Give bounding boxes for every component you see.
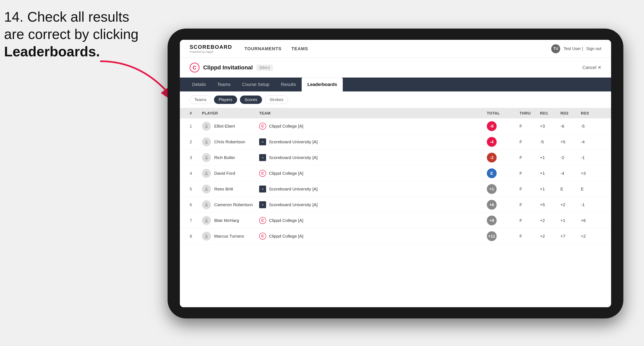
- svg-point-4: [206, 172, 207, 173]
- player-cell: Cameron Robertson: [202, 200, 259, 209]
- col-thru: THRU: [520, 111, 540, 116]
- player-avatar: [202, 232, 211, 241]
- col-rd2: RD2: [560, 111, 581, 116]
- user-label: Test User |: [564, 46, 583, 51]
- tab-course-setup[interactable]: Course Setup: [236, 78, 275, 91]
- player-avatar: [202, 137, 211, 146]
- player-avatar: [202, 169, 211, 178]
- team-name: Clippd College [A]: [269, 124, 303, 129]
- rd2-cell: E: [560, 186, 581, 191]
- team-cell: ≡ Scoreboard University [A]: [259, 138, 487, 145]
- rd3-cell: +2: [581, 234, 601, 239]
- table-row: 1 Elliot Ebert C Clippd College [A] -8 F…: [180, 118, 611, 134]
- cancel-button[interactable]: Cancel ✕: [582, 65, 601, 70]
- rd3-cell: -5: [581, 124, 601, 129]
- thru-cell: F: [520, 139, 540, 144]
- player-name: Rich Butler: [214, 155, 235, 160]
- team-icon-clippd: C: [259, 233, 266, 240]
- row-rank: 2: [190, 139, 202, 144]
- player-name: Cameron Robertson: [214, 202, 253, 207]
- svg-point-5: [206, 187, 207, 189]
- tournament-name: Clippd Invitational: [203, 64, 253, 71]
- tab-leaderboards[interactable]: Leaderboards: [302, 78, 343, 91]
- player-avatar: [202, 122, 211, 131]
- team-icon-scoreboard: ≡: [259, 154, 266, 161]
- thru-cell: F: [520, 171, 540, 176]
- rd3-cell: -4: [581, 139, 601, 144]
- row-rank: 6: [190, 202, 202, 207]
- total-cell: -8: [487, 121, 520, 131]
- nav-teams[interactable]: TEAMS: [292, 45, 308, 53]
- player-cell: Rees Britt: [202, 184, 259, 193]
- row-rank: 8: [190, 234, 202, 239]
- user-avatar: TU: [551, 44, 560, 53]
- player-name: Blair McHarg: [214, 218, 239, 223]
- score-badge: +11: [487, 231, 497, 241]
- tournament-header: C Clippd Invitational (Men) Cancel ✕: [180, 58, 611, 78]
- row-rank: 1: [190, 124, 202, 129]
- col-total: TOTAL: [487, 111, 520, 116]
- rd1-cell: +5: [540, 202, 560, 207]
- tournament-left: C Clippd Invitational (Men): [190, 63, 273, 72]
- col-team: TEAM: [259, 111, 487, 116]
- tablet-frame: SCOREBOARD Powered by clippd TOURNAMENTS…: [168, 28, 623, 319]
- score-badge: -4: [487, 137, 497, 147]
- filter-scores[interactable]: Scores: [240, 96, 262, 104]
- svg-point-2: [206, 140, 207, 142]
- rd2-cell: +1: [560, 218, 581, 223]
- team-cell: C Clippd College [A]: [259, 170, 487, 177]
- player-cell: Marcus Turners: [202, 232, 259, 241]
- player-name: Elliot Ebert: [214, 124, 235, 129]
- tab-teams[interactable]: Teams: [212, 78, 236, 91]
- total-cell: +1: [487, 184, 520, 194]
- tab-details[interactable]: Details: [186, 78, 212, 91]
- filter-players[interactable]: Players: [214, 96, 237, 104]
- svg-point-8: [206, 235, 207, 236]
- score-badge: +1: [487, 184, 497, 194]
- logo-subtitle: Powered by clippd: [190, 50, 232, 53]
- team-cell: C Clippd College [A]: [259, 233, 487, 240]
- team-cell: ≡ Scoreboard University [A]: [259, 201, 487, 208]
- tournament-icon: C: [190, 63, 200, 72]
- filter-strokes[interactable]: Strokes: [265, 96, 288, 104]
- filter-teams[interactable]: Teams: [190, 96, 211, 104]
- team-cell: C Clippd College [A]: [259, 123, 487, 130]
- player-avatar: [202, 184, 211, 193]
- player-avatar: [202, 200, 211, 209]
- rd1-cell: -5: [540, 139, 560, 144]
- table-row: 7 Blair McHarg C Clippd College [A] +9 F…: [180, 213, 611, 228]
- player-name: Chris Robertson: [214, 139, 245, 144]
- tablet-screen: SCOREBOARD Powered by clippd TOURNAMENTS…: [180, 40, 611, 307]
- player-cell: Blair McHarg: [202, 216, 259, 225]
- total-cell: +6: [487, 200, 520, 210]
- tab-bar: Details Teams Course Setup Results Leade…: [180, 78, 611, 91]
- team-name: Clippd College [A]: [269, 234, 303, 239]
- total-cell: +11: [487, 231, 520, 241]
- table-row: 3 Rich Butler ≡ Scoreboard University [A…: [180, 150, 611, 166]
- tab-results[interactable]: Results: [275, 78, 302, 91]
- thru-cell: F: [520, 218, 540, 223]
- col-rd3: RD3: [581, 111, 601, 116]
- team-name: Clippd College [A]: [269, 218, 303, 223]
- rd2-cell: +7: [560, 234, 581, 239]
- score-badge: +9: [487, 215, 497, 225]
- team-name: Clippd College [A]: [269, 171, 303, 176]
- rd3-cell: +6: [581, 218, 601, 223]
- signout-link[interactable]: Sign out: [586, 46, 601, 51]
- rd2-cell: -2: [560, 155, 581, 160]
- total-cell: +9: [487, 215, 520, 225]
- player-name: Rees Britt: [214, 186, 233, 191]
- table-row: 5 Rees Britt ≡ Scoreboard University [A]…: [180, 181, 611, 197]
- rd1-cell: +1: [540, 155, 560, 160]
- team-icon-scoreboard: ≡: [259, 201, 266, 208]
- row-rank: 7: [190, 218, 202, 223]
- nav-tournaments[interactable]: TOURNAMENTS: [244, 45, 282, 53]
- thru-cell: F: [520, 234, 540, 239]
- nav-links: TOURNAMENTS TEAMS: [244, 45, 552, 53]
- player-avatar: [202, 216, 211, 225]
- thru-cell: F: [520, 155, 540, 160]
- player-cell: Chris Robertson: [202, 137, 259, 146]
- table-row: 2 Chris Robertson ≡ Scoreboard Universit…: [180, 134, 611, 150]
- total-cell: -2: [487, 153, 520, 163]
- score-badge: -8: [487, 121, 497, 131]
